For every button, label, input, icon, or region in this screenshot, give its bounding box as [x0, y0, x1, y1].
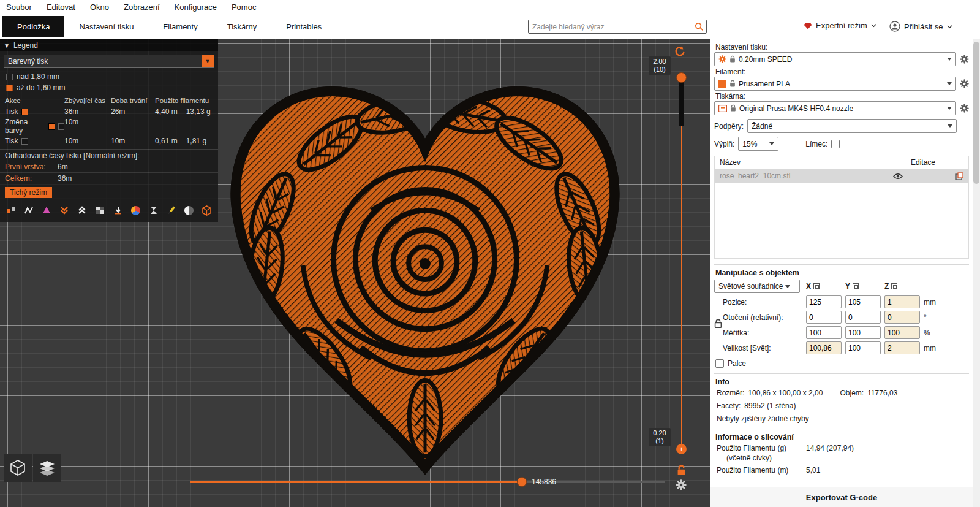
rotation-z-input[interactable]	[884, 311, 920, 324]
chevron-down-icon	[785, 285, 790, 288]
tab-printables[interactable]: Printables	[271, 16, 336, 37]
expert-mode-selector[interactable]: Expertní režim	[804, 21, 876, 30]
3d-viewport[interactable]: ▼ Legend Barevný tisk ▼ nad 1,80 mm až d…	[0, 39, 710, 507]
legend-box-icon[interactable]	[201, 204, 213, 217]
legend-collapse-icon[interactable]: ▼	[4, 42, 10, 49]
legend-icon-toolbar	[0, 200, 218, 222]
chevron-down-icon	[948, 124, 952, 128]
retractions-icon[interactable]	[58, 204, 70, 217]
menu-okno[interactable]: Okno	[90, 2, 109, 12]
supports-value: Žádné	[752, 122, 944, 131]
menu-soubor[interactable]: Soubor	[6, 2, 32, 12]
deretractions-icon[interactable]	[76, 204, 88, 217]
view-mode-value: Barevný tisk	[4, 57, 202, 66]
rotation-y-input[interactable]	[845, 311, 881, 324]
layer-slider-track[interactable]	[681, 82, 682, 449]
printer-combo[interactable]: Original Prusa MK4S HF0.4 nozzle	[714, 101, 956, 115]
filament-gear-button[interactable]	[960, 79, 969, 88]
tab-filamenty[interactable]: Filamenty	[148, 16, 212, 37]
edit-object-icon[interactable]	[956, 172, 963, 180]
volume-value: 11776,03	[867, 389, 897, 397]
login-control[interactable]: Přihlásit se	[889, 21, 952, 32]
view-mode-select[interactable]: Barevný tisk ▼	[4, 55, 214, 68]
preview-layers-view-button[interactable]	[33, 454, 61, 482]
coordinates-combo[interactable]: Světové souřadnice	[714, 280, 800, 293]
panel-scrollbar[interactable]	[973, 39, 980, 507]
pause-prints-icon[interactable]	[148, 204, 160, 217]
chevron-down-icon	[769, 142, 774, 145]
menubar: Soubor Editovat Okno Zobrazení Konfigura…	[0, 0, 980, 13]
tab-nastaveni-tisku[interactable]: Nastavení tisku	[64, 16, 148, 37]
total-time-row: Celkem: 36m	[0, 172, 218, 184]
cell: 26m	[111, 107, 155, 116]
export-gcode-button[interactable]: Exportovat G-code	[710, 487, 973, 507]
layer-slider-range-bar[interactable]	[679, 82, 684, 126]
scale-x-input[interactable]	[806, 326, 842, 339]
object-list: Název Editace rose_heart2_10cm.stl	[714, 156, 969, 259]
color-changes-icon[interactable]	[130, 204, 142, 217]
size-z-input[interactable]	[884, 341, 920, 354]
position-z-input[interactable]	[884, 295, 920, 308]
undo-color-change-icon[interactable]	[674, 45, 686, 58]
size-y-input[interactable]	[845, 341, 881, 354]
view-mode-dropdown-icon[interactable]: ▼	[202, 55, 214, 67]
prusaslicer-window: Soubor Editovat Okno Zobrazení Konfigura…	[0, 0, 980, 507]
axis-box-icon	[813, 283, 820, 289]
model-rose-heart[interactable]	[207, 64, 643, 479]
infill-combo[interactable]: 15%	[738, 137, 778, 151]
rotation-x-input[interactable]	[806, 311, 842, 324]
tab-tiskarny[interactable]: Tiskárny	[213, 16, 272, 37]
seams-icon[interactable]	[40, 204, 53, 217]
brim-checkbox[interactable]	[831, 140, 840, 148]
custom-gcodes-icon[interactable]	[165, 204, 178, 217]
cell: 10m	[64, 118, 111, 135]
infill-value: 15%	[742, 140, 766, 148]
search-input[interactable]	[529, 23, 695, 31]
col-pouzito: Použito filamentu	[155, 97, 213, 105]
add-color-change-button[interactable]: +	[676, 444, 687, 454]
print-settings-value: 0.20mm SPEED	[739, 55, 944, 64]
infill-label: Výplň:	[714, 140, 734, 148]
scale-z-input[interactable]	[884, 326, 920, 339]
volume-label: Objem:	[840, 389, 864, 397]
size-info-value: 100,86 x 100,00 x 2,00	[748, 389, 823, 397]
menu-zobrazeni[interactable]: Zobrazení	[124, 2, 160, 12]
travels-icon[interactable]	[23, 204, 35, 217]
scale-y-input[interactable]	[845, 326, 881, 339]
cell	[155, 118, 213, 135]
wipe-icon[interactable]	[94, 204, 106, 217]
printer-gear-button[interactable]	[960, 104, 969, 113]
col-zbyvajici: Zbývající čas	[64, 97, 111, 105]
supports-combo[interactable]: Žádné	[747, 119, 957, 133]
position-x-input[interactable]	[806, 295, 842, 308]
layer-slider-top-handle[interactable]	[676, 72, 687, 83]
eye-icon[interactable]	[893, 173, 903, 180]
print-settings-gear-button[interactable]	[960, 55, 969, 64]
filament-combo[interactable]: Prusament PLA	[714, 77, 956, 91]
size-x-input[interactable]	[806, 341, 842, 354]
scrollbar-thumb[interactable]	[973, 42, 979, 184]
position-y-input[interactable]	[845, 295, 881, 308]
tool-changes-icon[interactable]	[111, 204, 124, 217]
menu-konfigurace[interactable]: Konfigurace	[175, 2, 217, 12]
slider-settings-gear-icon[interactable]	[676, 479, 687, 490]
axis-y-header: Y	[845, 282, 882, 291]
menu-editovat[interactable]: Editovat	[47, 2, 75, 12]
inches-checkbox[interactable]	[715, 359, 724, 368]
object-list-row[interactable]: rose_heart2_10cm.stl	[715, 169, 968, 183]
lock-layer-icon[interactable]	[676, 465, 687, 476]
col-akce: Akce	[5, 97, 64, 105]
shells-icon[interactable]	[183, 204, 195, 217]
facets-value: 89952 (1 stěna)	[744, 402, 796, 410]
filament-label: Filament:	[715, 67, 969, 76]
table-row-label: Tisk	[5, 137, 64, 145]
filament-swap-icon[interactable]	[5, 204, 17, 217]
inches-label: Palce	[728, 359, 746, 368]
print-settings-combo[interactable]: 0.20mm SPEED	[714, 52, 956, 66]
move-slider-handle[interactable]	[517, 477, 527, 487]
3d-editor-view-button[interactable]	[4, 454, 32, 482]
tab-podlozka[interactable]: Podložka	[2, 16, 64, 37]
menu-pomoc[interactable]: Pomoc	[232, 2, 256, 12]
uniform-scale-lock-icon[interactable]	[714, 319, 722, 329]
search-icon[interactable]	[695, 22, 706, 31]
